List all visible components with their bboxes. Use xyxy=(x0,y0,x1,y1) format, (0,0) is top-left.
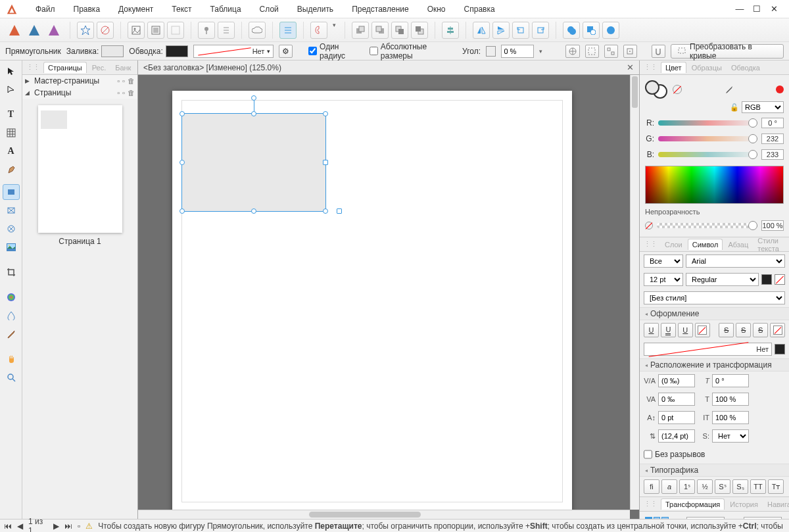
hide-selection-icon[interactable] xyxy=(585,45,599,58)
handle-br-corner[interactable] xyxy=(337,208,342,214)
tab-character[interactable]: Символ xyxy=(688,239,723,250)
node-tool-icon[interactable] xyxy=(3,82,20,97)
bool-add-icon[interactable] xyxy=(563,22,580,39)
horizontal-scrollbar[interactable] xyxy=(138,510,630,519)
move-tool-icon[interactable] xyxy=(3,63,20,79)
window-maximize-icon[interactable]: ☐ xyxy=(752,4,761,14)
rectangle-tool-icon[interactable] xyxy=(3,184,20,200)
menu-window[interactable]: Окно xyxy=(418,0,455,18)
r-input[interactable]: 0 ° xyxy=(761,118,784,128)
stroke-swatch[interactable] xyxy=(166,45,188,57)
menu-table[interactable]: Таблица xyxy=(201,0,251,18)
b-slider[interactable] xyxy=(658,152,757,157)
crop-tool-icon[interactable] xyxy=(3,264,20,280)
subscript-btn[interactable]: Sₛ xyxy=(732,479,748,494)
menu-layer[interactable]: Слой xyxy=(251,0,288,18)
preflight-icon[interactable] xyxy=(77,22,94,39)
no-strike-btn[interactable] xyxy=(770,323,785,337)
align-icon[interactable] xyxy=(442,22,459,39)
next-page-icon[interactable]: ▶ xyxy=(53,521,59,531)
font-size-select[interactable]: 12 pt xyxy=(644,273,683,286)
ligatures-btn[interactable]: fi xyxy=(644,479,659,494)
assistant-icon[interactable] xyxy=(310,22,327,39)
kerning-input[interactable] xyxy=(658,374,695,387)
tab-resources[interactable]: Рес. xyxy=(88,62,110,73)
image-link-icon[interactable] xyxy=(167,22,184,39)
menu-help[interactable]: Справка xyxy=(455,0,504,18)
bool-intersect-icon[interactable] xyxy=(602,22,619,39)
dropdown-icon[interactable]: ▾ xyxy=(330,22,338,39)
stroke-width-combo[interactable]: Нет ▾ xyxy=(193,45,274,58)
underline-color-swatch[interactable] xyxy=(775,344,785,354)
no-opacity-icon[interactable] xyxy=(645,222,653,230)
opacity-slider[interactable] xyxy=(657,223,757,228)
window-minimize-icon[interactable]: ― xyxy=(735,4,744,14)
settings-icon[interactable]: ⚙ xyxy=(279,45,293,58)
last-picked-color[interactable] xyxy=(776,85,784,93)
position-header[interactable]: Расположение и трансформация xyxy=(640,358,789,372)
add-page-icon[interactable]: ▫ xyxy=(117,89,120,97)
baseline-shift-input[interactable] xyxy=(658,411,695,424)
ordinals-btn[interactable]: 1ˢ xyxy=(679,479,695,494)
double-underline-btn[interactable]: U xyxy=(661,323,676,337)
underline-stroke-combo[interactable]: Нет xyxy=(644,343,772,356)
text-bg-swatch[interactable] xyxy=(775,274,785,285)
last-page-icon[interactable]: ⏭ xyxy=(64,521,72,531)
no-breaks-checkbox[interactable] xyxy=(644,448,652,461)
window-close-icon[interactable]: ✕ xyxy=(769,4,778,14)
tab-bank[interactable]: Банк xyxy=(111,62,135,73)
b-input[interactable]: 233 xyxy=(761,149,784,160)
pin-icon[interactable] xyxy=(198,22,215,39)
zoom-tool-icon[interactable] xyxy=(3,370,20,385)
double-strike-btn[interactable]: S xyxy=(736,323,751,337)
swash-btn[interactable]: a xyxy=(661,479,677,494)
handle-mr[interactable] xyxy=(323,160,328,165)
rotation-handle[interactable] xyxy=(251,95,256,101)
frame-ellipse-tool-icon[interactable] xyxy=(3,221,20,237)
move-back-icon[interactable] xyxy=(352,22,369,39)
color-lock-icon[interactable]: 🔓 xyxy=(730,103,739,112)
artistic-text-tool-icon[interactable]: A xyxy=(3,143,20,159)
handle-ml[interactable] xyxy=(179,160,185,165)
cloud-icon[interactable] xyxy=(249,22,266,39)
preflight-off-icon[interactable] xyxy=(97,22,114,39)
vertical-scrollbar[interactable] xyxy=(630,75,639,510)
anchor-icon[interactable] xyxy=(218,22,235,39)
menu-document[interactable]: Документ xyxy=(109,0,162,18)
first-page-icon[interactable]: ⏮ xyxy=(4,521,12,531)
transform-separately-icon[interactable] xyxy=(604,45,618,58)
move-front-icon[interactable] xyxy=(371,22,389,39)
image-mask-icon[interactable] xyxy=(147,22,164,39)
menu-select[interactable]: Выделить xyxy=(288,0,343,18)
smallcaps-btn[interactable]: Tᴛ xyxy=(768,479,784,494)
cycle-box-icon[interactable] xyxy=(623,45,637,58)
eyedropper-icon[interactable] xyxy=(725,85,734,94)
corner-type-icon[interactable] xyxy=(486,46,496,57)
handle-bl[interactable] xyxy=(179,208,185,214)
font-weight-select[interactable]: Regular xyxy=(686,273,759,286)
tab-history[interactable]: История xyxy=(726,499,762,510)
typography-header[interactable]: Типографика xyxy=(640,464,789,477)
color-picker-tool-icon[interactable] xyxy=(3,326,20,342)
no-underline-btn[interactable] xyxy=(695,323,710,337)
persona-photo-icon[interactable] xyxy=(45,22,63,39)
italic-angle-input[interactable] xyxy=(712,374,749,387)
preflight-status-icon[interactable]: ▫ xyxy=(78,521,80,531)
document-tab[interactable]: <Без заголовка> [Изменено] (125.0%) ✕ xyxy=(138,60,639,75)
text-style-select[interactable]: [Без стиля] xyxy=(644,291,785,304)
tracking-input[interactable] xyxy=(658,393,695,406)
abs-dims-checkbox[interactable] xyxy=(370,47,378,55)
convert-to-curves-button[interactable]: Преобразовать в кривые xyxy=(671,44,784,59)
strike-btn[interactable]: S xyxy=(719,323,734,337)
anchor-widget[interactable] xyxy=(645,517,669,519)
transparency-tool-icon[interactable] xyxy=(3,308,20,324)
g-slider[interactable] xyxy=(658,136,757,141)
warning-icon[interactable]: ⚠ xyxy=(85,521,93,531)
tab-navigator[interactable]: Навигатор xyxy=(763,499,789,510)
fill-tool-icon[interactable] xyxy=(3,289,20,305)
prev-page-icon[interactable]: ◀ xyxy=(17,521,23,531)
frame-rectangle-tool-icon[interactable] xyxy=(3,203,20,218)
delete-master-icon[interactable]: 🗑 xyxy=(128,77,135,85)
add-master-icon[interactable]: ▫ xyxy=(117,77,120,85)
handle-br[interactable] xyxy=(323,208,328,214)
